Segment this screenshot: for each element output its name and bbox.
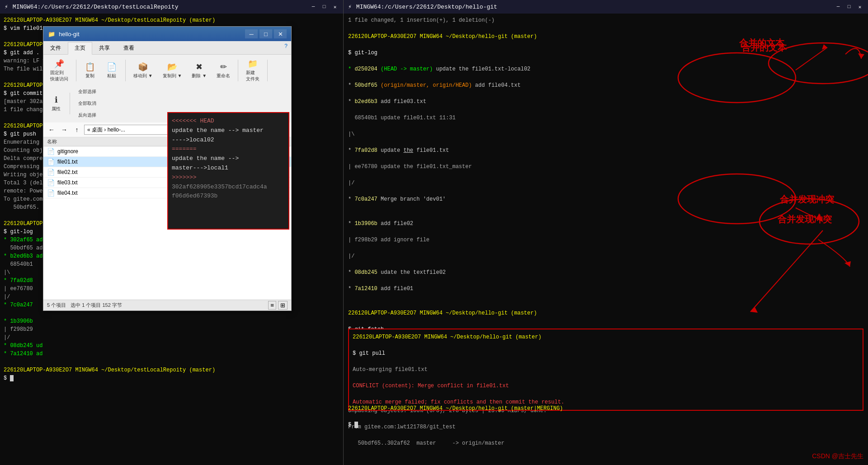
rename-icon: ✏ — [220, 62, 227, 72]
help-button[interactable]: ? — [281, 41, 291, 54]
tab-view[interactable]: 查看 — [117, 42, 141, 54]
rename-button[interactable]: ✏ 重命名 — [212, 60, 234, 81]
move-to-button[interactable]: 📦 移动到 ▼ — [129, 60, 157, 81]
term-line: |\ — [348, 130, 863, 138]
file-icon: 📄 — [47, 189, 55, 197]
right-win-controls: ─ □ ✕ — [835, 3, 863, 10]
conflict-line-2: ---->local02 — [172, 136, 214, 143]
file-icon: 📄 — [47, 169, 55, 176]
conflict-line-1: update the name --> master — [172, 127, 264, 134]
pin-icon: 📌 — [54, 59, 64, 69]
invert-select-button[interactable]: 反向选择 — [74, 110, 101, 121]
up-button[interactable]: ↑ — [71, 124, 82, 135]
left-win-controls: ─ □ ✕ — [310, 3, 339, 10]
rename-label: 重命名 — [217, 73, 230, 79]
explorer-titlebar: 📁 hello-git ─ □ ✕ — [43, 27, 291, 41]
terminal-icon: ⚡ — [5, 3, 8, 10]
ribbon-sep-5 — [70, 93, 70, 114]
term-line: | f298b29 add ignore file — [348, 236, 863, 244]
explorer-title: hello-git — [59, 31, 80, 38]
paste-label: 粘贴 — [107, 73, 116, 79]
ribbon-sep-4 — [267, 60, 268, 81]
status-selected: 选中 1 个项目 152 字节 — [71, 302, 122, 309]
term-line: 50bdf65..302af62 master -> origin/master — [348, 439, 863, 447]
maximize-button[interactable]: □ — [321, 3, 328, 10]
select-all-button[interactable]: 全部选择 — [74, 86, 101, 97]
right-close-button[interactable]: ✕ — [856, 3, 863, 10]
conflict-line-4: master--->local1 — [172, 164, 228, 171]
pin-quick-access-button[interactable]: 📌 固定到快速访问 — [46, 56, 72, 85]
new-folder-label: 新建文件夹 — [246, 70, 259, 82]
term-line: |/ — [4, 333, 340, 342]
term-line: 226120LAPTOP-A930E2O7 MINGW64 ~/Desktop/… — [4, 16, 340, 24]
view-icons-button[interactable]: ⊞ — [278, 301, 288, 310]
term-line — [4, 358, 340, 366]
forward-button[interactable]: → — [59, 124, 70, 135]
pin-label: 固定到快速访问 — [50, 70, 68, 82]
term-prompt: 226120LAPTOP-A930E2O7 MINGW64 ~/Desktop/… — [353, 333, 859, 341]
ribbon-tabs: 文件 主页 共享 查看 ? — [43, 41, 291, 55]
file-icon: 📄 — [47, 179, 55, 186]
copy-to-icon: 📂 — [167, 62, 177, 72]
term-line: 226120LAPTOP-A930E2O7 MINGW64 ~/Desktop/… — [348, 33, 863, 41]
conflict-line-3: update the name --> — [172, 155, 239, 162]
explorer-maximize-button[interactable]: □ — [259, 29, 272, 38]
right-terminal-content: 1 file changed, 1 insertion(+), 1 deleti… — [344, 14, 868, 465]
text-editor-overlay: <<<<<<< HEAD update the name --> master … — [167, 112, 289, 230]
folder-icon: 📁 — [48, 31, 55, 38]
delete-icon: ✖ — [196, 62, 203, 72]
copy-to-button[interactable]: 📂 复制到 ▼ — [159, 60, 186, 81]
conflict-separator: ======= — [172, 146, 197, 152]
explorer-minimize-button[interactable]: ─ — [245, 29, 258, 38]
copy-to-label: 复制到 ▼ — [163, 73, 182, 79]
term-line: * 50bdf65 (origin/master, origin/HEAD) a… — [348, 81, 863, 89]
csdn-watermark: CSDN @吉士先生 — [812, 452, 863, 460]
deselect-all-button[interactable]: 全部取消 — [74, 98, 101, 109]
deselect-all-label: 全部取消 — [78, 100, 96, 107]
delete-button[interactable]: ✖ 删除 ▼ — [188, 60, 211, 81]
copy-button[interactable]: 📋 复制 — [80, 60, 100, 81]
ribbon-sep-3 — [238, 60, 238, 81]
conflict-hash-2: f06d6ed67393b — [172, 193, 217, 199]
minimize-button[interactable]: ─ — [310, 3, 317, 10]
conflict-end-line: >>>>>>> — [172, 174, 197, 181]
address-text: « 桌面 › hello-... — [87, 126, 125, 134]
explorer-close-button[interactable]: ✕ — [274, 29, 287, 38]
tab-share[interactable]: 共享 — [92, 42, 117, 54]
view-details-button[interactable]: ≡ — [268, 301, 276, 310]
term-line: $ — [4, 374, 340, 382]
term-line: * b2ed6b3 add file03.txt — [348, 98, 863, 106]
tab-file[interactable]: 文件 — [43, 42, 68, 54]
right-terminal-title: MINGW64:/c/Users/22612/Desktop/hello-git — [356, 4, 497, 10]
properties-button[interactable]: ℹ 属性 — [46, 93, 66, 114]
ribbon-sep-2 — [125, 60, 126, 81]
term-line: * 08db245 udate the textfile02 — [348, 268, 863, 277]
paste-button[interactable]: 📄 粘贴 — [102, 60, 122, 81]
status-count: 5 个项目 — [47, 302, 66, 309]
term-command: $ git pull — [353, 349, 859, 357]
term-line: * 1b3906b — [4, 317, 340, 325]
merge-prompt: 226120LAPTOP-A930E2O7 MINGW64 ~/Desktop/… — [344, 404, 868, 429]
annotation-merge-text: 合并的文本 — [739, 37, 784, 49]
tab-home[interactable]: 主页 — [68, 42, 92, 55]
right-minimize-button[interactable]: ─ — [835, 3, 842, 10]
right-maximize-button[interactable]: □ — [845, 3, 853, 10]
term-line: * d250204 (HEAD -> master) update the fi… — [348, 65, 863, 73]
term-line: 226120LAPTOP-A930E2O7 MINGW64 ~/Desktop/… — [4, 366, 340, 374]
close-button[interactable]: ✕ — [331, 3, 339, 10]
file-icon: 📄 — [47, 148, 55, 155]
term-line: * 7a12410 ad — [4, 350, 340, 358]
term-line: * 7fa02d8 update the file01.txt — [348, 146, 863, 155]
copy-icon: 📋 — [85, 62, 95, 72]
new-folder-icon: 📁 — [248, 59, 258, 69]
svg-marker-3 — [844, 261, 851, 267]
copy-label: 复制 — [85, 73, 94, 79]
delete-label: 删除 ▼ — [192, 73, 207, 79]
select-all-label: 全部选择 — [78, 89, 96, 95]
back-button[interactable]: ← — [46, 124, 57, 135]
term-line: 226120LAPTOP-A930E2O7 MINGW64 ~/Desktop/… — [348, 404, 863, 413]
term-line: | ee76780 update the file01.txt_master — [348, 163, 863, 171]
left-terminal-titlebar: ⚡ MINGW64:/c/Users/22612/Desktop/testLoc… — [0, 0, 343, 14]
new-folder-button[interactable]: 📁 新建文件夹 — [242, 56, 264, 85]
term-line: 68540b1 update file01.txt 11:31 — [348, 114, 863, 122]
